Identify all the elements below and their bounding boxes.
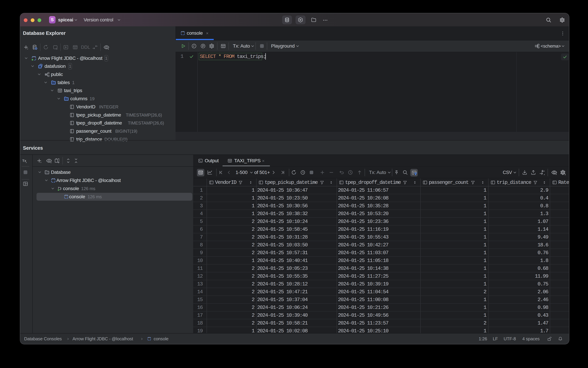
svg-text:Tx: Tx (22, 159, 26, 163)
